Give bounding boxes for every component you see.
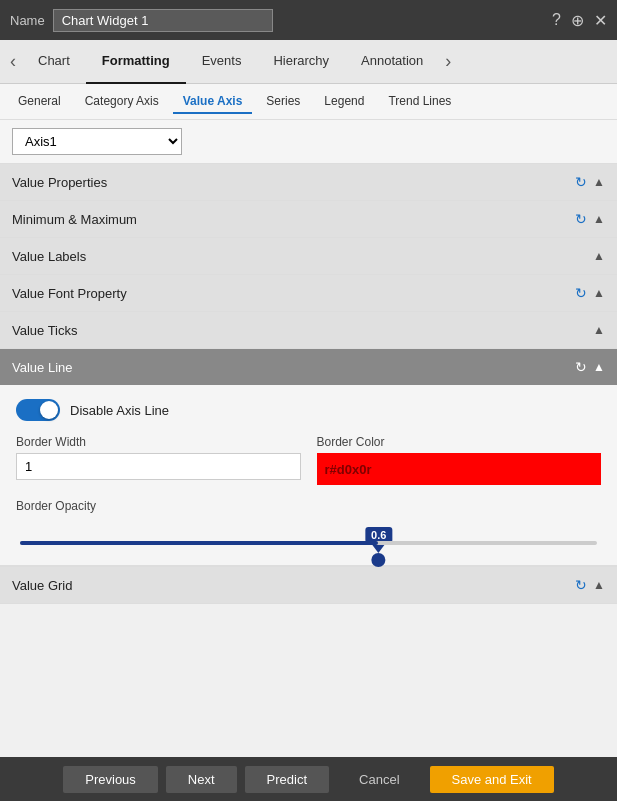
- section-value-properties: Value Properties ↻ ▲: [0, 164, 617, 201]
- border-width-field: Border Width: [16, 435, 301, 485]
- border-color-field: Border Color r#d0x0r: [317, 435, 602, 485]
- axis-select[interactable]: Axis1 Axis2: [12, 128, 182, 155]
- disable-axis-line-toggle[interactable]: [16, 399, 60, 421]
- section-value-grid: Value Grid ↻ ▲: [0, 567, 617, 604]
- slider-thumb[interactable]: 0.6: [365, 527, 392, 567]
- subtab-trend-lines[interactable]: Trend Lines: [378, 90, 461, 114]
- tab-formatting[interactable]: Formatting: [86, 40, 186, 84]
- border-color-label: Border Color: [317, 435, 602, 449]
- border-color-swatch[interactable]: r#d0x0r: [317, 453, 602, 485]
- subtab-legend[interactable]: Legend: [314, 90, 374, 114]
- help-icon[interactable]: ?: [552, 11, 561, 30]
- accordion: Value Properties ↻ ▲ Minimum & Maximum ↻…: [0, 164, 617, 684]
- value-line-content: Disable Axis Line Border Width Border Co…: [0, 385, 617, 566]
- accordion-header-min-max[interactable]: Minimum & Maximum ↻ ▲: [0, 201, 617, 237]
- widget-name-input[interactable]: [53, 9, 273, 32]
- border-opacity-label: Border Opacity: [16, 499, 601, 513]
- chevron-value-font: ▲: [593, 286, 605, 300]
- accordion-header-value-ticks[interactable]: Value Ticks ▲: [0, 312, 617, 348]
- opacity-slider-container: 0.6: [16, 541, 601, 545]
- refresh-icon-value-font[interactable]: ↻: [575, 285, 587, 301]
- border-opacity-row: Border Opacity 0.6: [16, 499, 601, 545]
- spacer: [0, 604, 617, 684]
- chevron-value-grid: ▲: [593, 578, 605, 592]
- section-value-labels: Value Labels ▲: [0, 238, 617, 275]
- chevron-value-labels: ▲: [593, 249, 605, 263]
- chevron-min-max: ▲: [593, 212, 605, 226]
- disable-axis-line-row: Disable Axis Line: [16, 399, 601, 421]
- border-width-input[interactable]: [16, 453, 301, 480]
- cancel-button[interactable]: Cancel: [337, 766, 421, 793]
- section-value-font: Value Font Property ↻ ▲: [0, 275, 617, 312]
- refresh-icon-min-max[interactable]: ↻: [575, 211, 587, 227]
- slider-circle: [372, 553, 386, 567]
- tab-chart[interactable]: Chart: [22, 40, 86, 84]
- toggle-knob: [40, 401, 58, 419]
- accordion-header-value-font[interactable]: Value Font Property ↻ ▲: [0, 275, 617, 311]
- subtab-category-axis[interactable]: Category Axis: [75, 90, 169, 114]
- section-value-ticks: Value Ticks ▲: [0, 312, 617, 349]
- chevron-value-ticks: ▲: [593, 323, 605, 337]
- name-label: Name: [10, 13, 45, 28]
- predict-button[interactable]: Predict: [245, 766, 329, 793]
- slider-pin: [373, 545, 385, 553]
- accordion-header-value-grid[interactable]: Value Grid ↻ ▲: [0, 567, 617, 603]
- chevron-value-line: ▲: [593, 360, 605, 374]
- bottom-bar: Previous Next Predict Cancel Save and Ex…: [0, 757, 617, 801]
- sub-tabs: General Category Axis Value Axis Series …: [0, 84, 617, 120]
- previous-button[interactable]: Previous: [63, 766, 158, 793]
- title-icons: ? ⊕ ✕: [552, 11, 607, 30]
- section-value-line: Value Line ↻ ▲ Disable Axis Line Border …: [0, 349, 617, 567]
- subtab-general[interactable]: General: [8, 90, 71, 114]
- accordion-header-value-line[interactable]: Value Line ↻ ▲: [0, 349, 617, 385]
- subtab-series[interactable]: Series: [256, 90, 310, 114]
- accordion-header-value-properties[interactable]: Value Properties ↻ ▲: [0, 164, 617, 200]
- slider-track[interactable]: [20, 541, 597, 545]
- tab-annotation[interactable]: Annotation: [345, 40, 439, 84]
- border-width-label: Border Width: [16, 435, 301, 449]
- save-exit-button[interactable]: Save and Exit: [430, 766, 554, 793]
- move-icon[interactable]: ⊕: [571, 11, 584, 30]
- nav-arrow-right[interactable]: ›: [439, 51, 457, 72]
- tab-hierarchy[interactable]: Hierarchy: [257, 40, 345, 84]
- disable-axis-line-label: Disable Axis Line: [70, 403, 169, 418]
- slider-fill: [20, 541, 378, 545]
- refresh-icon-value-properties[interactable]: ↻: [575, 174, 587, 190]
- next-button[interactable]: Next: [166, 766, 237, 793]
- accordion-header-value-labels[interactable]: Value Labels ▲: [0, 238, 617, 274]
- section-min-max: Minimum & Maximum ↻ ▲: [0, 201, 617, 238]
- refresh-icon-value-grid[interactable]: ↻: [575, 577, 587, 593]
- top-nav: ‹ Chart Formatting Events Hierarchy Anno…: [0, 40, 617, 84]
- border-fields: Border Width Border Color r#d0x0r: [16, 435, 601, 485]
- tab-events[interactable]: Events: [186, 40, 258, 84]
- chevron-value-properties: ▲: [593, 175, 605, 189]
- refresh-icon-value-line[interactable]: ↻: [575, 359, 587, 375]
- nav-arrow-left[interactable]: ‹: [4, 51, 22, 72]
- title-bar: Name ? ⊕ ✕: [0, 0, 617, 40]
- axis-dropdown-row: Axis1 Axis2: [0, 120, 617, 164]
- close-icon[interactable]: ✕: [594, 11, 607, 30]
- subtab-value-axis[interactable]: Value Axis: [173, 90, 253, 114]
